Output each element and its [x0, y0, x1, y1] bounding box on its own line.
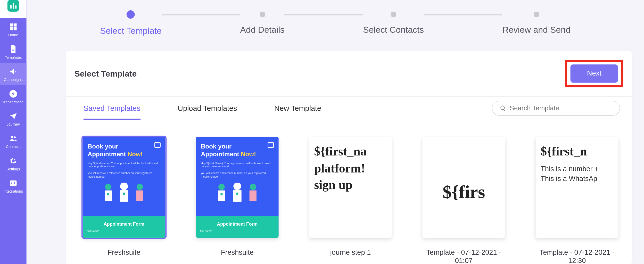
template-card[interactable]: Book yourAppointment Now! Hey ${First Na… [196, 137, 279, 264]
nav-templates[interactable]: Templates [0, 40, 27, 63]
svg-point-18 [137, 184, 143, 190]
thumb-sub: you will receive a reference number on y… [201, 172, 274, 179]
template-card[interactable]: ${firs Template - 07-12-2021 - 01:07 [423, 137, 505, 264]
bolt-icon [9, 89, 18, 98]
svg-point-24 [233, 183, 241, 190]
code-icon [9, 179, 18, 188]
calendar-icon [154, 141, 161, 148]
template-thumb: ${first_n This is a number + This is a W… [536, 137, 618, 238]
thumb-footer-sub: Full Name* [200, 230, 212, 232]
thumb-text: ${firs [442, 181, 485, 202]
svg-rect-1 [14, 23, 17, 27]
nav-contacts[interactable]: Contacts [0, 130, 27, 152]
nav-label: Journey [7, 122, 20, 127]
nav-integrations[interactable]: Integrations [0, 175, 27, 197]
thumb-sub: you will receive a reference number on y… [88, 172, 160, 179]
svg-rect-10 [10, 180, 16, 186]
svg-point-27 [250, 184, 256, 190]
svg-point-8 [11, 136, 13, 138]
template-card[interactable]: Book yourAppointment Now! Hey ${First Na… [83, 137, 166, 264]
svg-point-12 [105, 184, 112, 190]
logo[interactable] [0, 0, 27, 18]
thumb-text: platform! [314, 161, 387, 175]
thumb-footer-title: Appointment Form [217, 221, 258, 226]
svg-point-21 [218, 184, 225, 190]
svg-point-9 [14, 136, 16, 138]
template-card[interactable]: ${first_na platform! sign up journe step… [309, 137, 392, 264]
sidebar: Home Templates Campaigns Transactional J… [0, 0, 27, 264]
nav-transactional[interactable]: Transactional [0, 85, 27, 108]
calendar-icon [267, 141, 275, 148]
step-label: Select Template [100, 26, 162, 36]
svg-rect-20 [268, 143, 274, 147]
svg-rect-19 [136, 191, 143, 201]
next-highlight: Next [565, 60, 623, 87]
svg-rect-0 [10, 23, 13, 27]
svg-rect-2 [10, 27, 13, 30]
main: Select Template Add Details Select Conta… [27, 0, 644, 264]
nav-label: Templates [5, 55, 22, 60]
step-line [162, 14, 240, 15]
search-input[interactable] [510, 105, 612, 112]
thumb-heading: Book your [88, 143, 118, 150]
svg-rect-17 [123, 193, 125, 195]
svg-rect-28 [250, 191, 257, 201]
next-button[interactable]: Next [571, 64, 618, 83]
step-dot-icon [259, 12, 265, 17]
thumb-heading: Appointment [201, 150, 241, 157]
template-thumb: ${first_na platform! sign up [309, 137, 392, 238]
search-icon [500, 105, 506, 112]
svg-rect-11 [155, 143, 160, 147]
svg-rect-13 [105, 191, 112, 201]
nav-label: Transactional [2, 100, 24, 104]
card-title: Select Template [75, 69, 137, 78]
thumb-heading-accent: Now! [241, 150, 256, 157]
step-review-and-send[interactable]: Review and Send [502, 12, 571, 35]
template-thumb: ${firs [423, 137, 505, 238]
step-select-contacts[interactable]: Select Contacts [363, 12, 424, 35]
thumb-heading: Appointment [88, 150, 128, 157]
step-line [424, 14, 502, 15]
svg-rect-5 [12, 49, 14, 49]
send-icon [9, 112, 18, 121]
thumb-text: ${first_n [541, 144, 613, 159]
template-thumb: Book yourAppointment Now! Hey ${First Na… [196, 137, 279, 238]
svg-rect-14 [107, 193, 109, 195]
nav-label: Contacts [6, 145, 21, 149]
step-label: Review and Send [502, 25, 571, 35]
thumb-sub: Hey ${First Name}, Your appointment will… [88, 161, 160, 168]
document-icon [9, 45, 18, 54]
template-name: journe step 1 [330, 249, 371, 257]
illustration [88, 183, 160, 204]
template-thumb: Book yourAppointment Now! Hey ${First Na… [83, 137, 166, 238]
tab-new-template[interactable]: New Template [274, 97, 321, 120]
template-name: Template - 07-12-2021 - 01:07 [423, 249, 505, 264]
nav-journey[interactable]: Journey [0, 108, 27, 130]
svg-rect-22 [218, 191, 225, 201]
thumb-text: ${first_na [314, 144, 387, 159]
thumb-footer-sub: Full Name* [87, 230, 99, 232]
search-template[interactable] [492, 101, 620, 116]
template-name: Freshsuite [108, 249, 140, 257]
template-card[interactable]: ${first_n This is a number + This is a W… [536, 137, 618, 264]
grid-icon [9, 22, 18, 31]
step-dot-icon [127, 10, 135, 19]
nav-home[interactable]: Home [0, 18, 27, 41]
thumb-heading-accent: Now! [128, 150, 143, 157]
svg-rect-25 [233, 190, 242, 202]
nav-settings[interactable]: Settings [0, 152, 27, 175]
step-line [285, 14, 363, 15]
nav-label: Integrations [4, 189, 23, 193]
nav-label: Campaigns [4, 78, 23, 82]
step-select-template[interactable]: Select Template [100, 12, 162, 36]
thumb-heading: Book your [201, 143, 232, 150]
tabs: Saved Templates Upload Templates New Tem… [78, 97, 321, 120]
tab-saved-templates[interactable]: Saved Templates [84, 97, 141, 120]
step-dot-icon [533, 12, 539, 17]
nav-campaigns[interactable]: Campaigns [0, 63, 27, 85]
thumb-footer-title: Appointment Form [104, 221, 144, 226]
template-name: Freshsuite [221, 249, 254, 257]
step-add-details[interactable]: Add Details [240, 12, 284, 35]
template-name: Template - 07-12-2021 - 12:30 [536, 249, 618, 264]
tab-upload-templates[interactable]: Upload Templates [178, 97, 237, 120]
